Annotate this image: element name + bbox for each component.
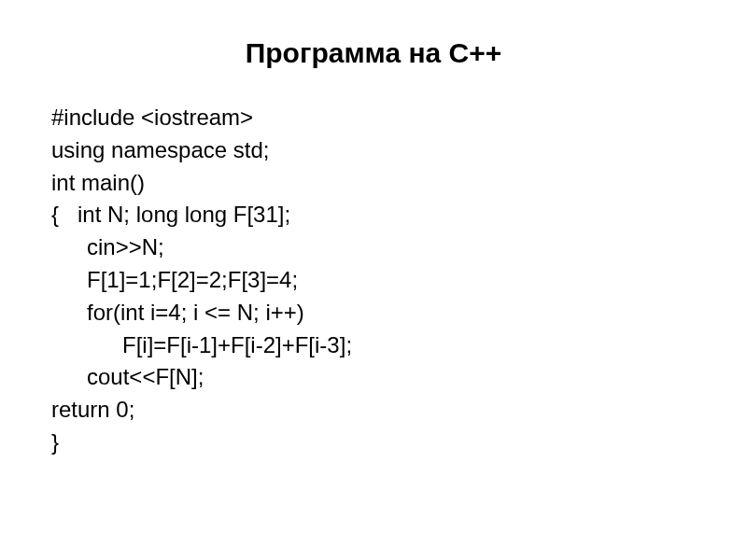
code-line: int main() <box>51 167 700 200</box>
code-line: for(int i=4; i <= N; i++) <box>51 297 700 329</box>
code-block: #include <iostream> using namespace std;… <box>47 102 700 459</box>
code-line: F[1]=1;F[2]=2;F[3]=4; <box>51 264 700 297</box>
code-line: using namespace std; <box>51 134 700 167</box>
code-line: #include <iostream> <box>51 102 700 134</box>
code-line: cout<<F[N]; <box>51 361 700 394</box>
code-line: } <box>51 427 700 459</box>
code-line: cin>>N; <box>51 231 700 264</box>
code-line: F[i]=F[i-1]+F[i-2]+F[i-3]; <box>51 329 700 362</box>
code-line: return 0; <box>51 394 700 427</box>
slide-title: Программа на C++ <box>47 37 700 69</box>
code-line: { int N; long long F[31]; <box>51 199 700 231</box>
